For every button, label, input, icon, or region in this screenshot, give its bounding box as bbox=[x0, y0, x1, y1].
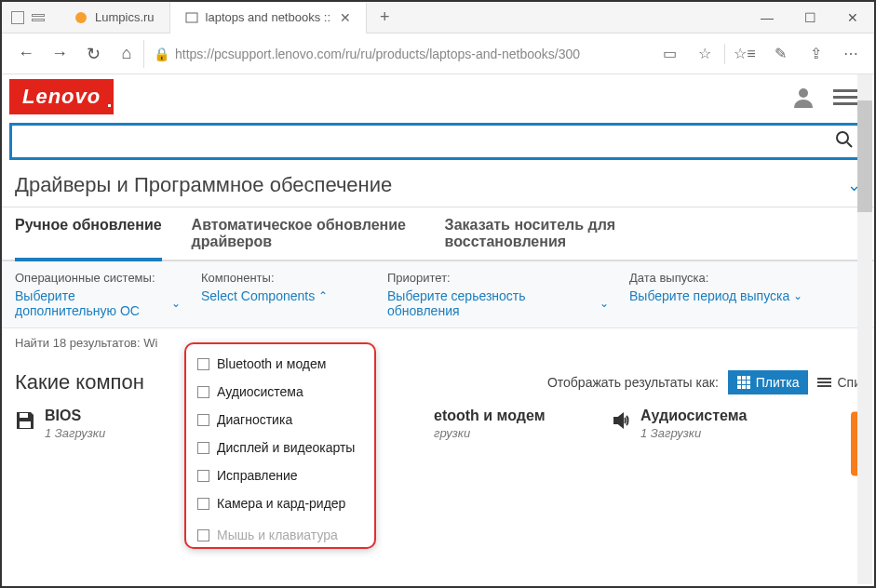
dd-item-mouse[interactable]: Мышь и клавиатура bbox=[186, 521, 374, 549]
address-bar: ← → ↻ ⌂ 🔒 https://pcsupport.lenovo.com/r… bbox=[2, 33, 874, 74]
list-icon bbox=[817, 378, 831, 387]
save-icon bbox=[15, 408, 35, 436]
maximize-button[interactable]: ☐ bbox=[788, 2, 831, 33]
url-box[interactable]: 🔒 https://pcsupport.lenovo.com/ru/ru/pro… bbox=[143, 40, 654, 68]
grid-icon bbox=[737, 376, 750, 389]
tab-label: Lumpics.ru bbox=[95, 10, 155, 24]
filter-os-dropdown[interactable]: Выберите дополнительную ОС⌄ bbox=[15, 288, 181, 318]
dd-item-fix[interactable]: Исправление bbox=[186, 461, 374, 489]
chevron-up-icon: ⌃ bbox=[318, 289, 328, 302]
browser-tab-2[interactable]: laptops and netbooks :: ✕ bbox=[170, 3, 367, 34]
card-sub: грузки bbox=[434, 426, 545, 440]
card-title: Аудиосистема bbox=[640, 408, 747, 424]
svg-rect-5 bbox=[20, 413, 28, 418]
close-tab-icon[interactable]: ✕ bbox=[340, 10, 351, 25]
view-label: Отображать результаты как: bbox=[547, 375, 719, 390]
search-input[interactable] bbox=[12, 134, 825, 149]
dd-item-display[interactable]: Дисплей и видеокарты bbox=[186, 434, 374, 461]
dd-item-camera[interactable]: Камера и кард-ридер bbox=[186, 489, 374, 517]
site-header: Lenovo bbox=[2, 74, 874, 119]
filter-components-dropdown[interactable]: Select Components⌃ bbox=[201, 288, 367, 303]
svg-rect-6 bbox=[20, 421, 31, 428]
hamburger-icon[interactable] bbox=[833, 89, 857, 105]
tab-manual-update[interactable]: Ручное обновление bbox=[15, 207, 162, 261]
site-search bbox=[9, 123, 867, 160]
checkbox-icon[interactable] bbox=[197, 529, 209, 541]
filter-components-label: Компоненты: bbox=[201, 271, 367, 285]
user-icon[interactable] bbox=[792, 86, 815, 108]
dd-item-audio[interactable]: Аудиосистема bbox=[186, 378, 374, 406]
checkbox-icon[interactable] bbox=[197, 442, 209, 454]
back-button[interactable]: ← bbox=[9, 37, 43, 71]
card-sub: 1 Загрузки bbox=[640, 426, 747, 440]
lock-icon: 🔒 bbox=[154, 47, 169, 61]
view-tile-button[interactable]: Плитка bbox=[728, 370, 809, 394]
url-text: https://pcsupport.lenovo.com/ru/ru/produ… bbox=[175, 47, 580, 61]
card-audio[interactable]: Аудиосистема 1 Загрузки bbox=[611, 408, 778, 440]
section-header[interactable]: Драйверы и Программное обеспечение ⌄ bbox=[2, 164, 874, 207]
view-list-button[interactable]: Спи bbox=[817, 375, 861, 390]
favicon-icon bbox=[74, 11, 88, 24]
favorites-list-icon[interactable]: ☆≡ bbox=[729, 38, 761, 70]
speaker-icon bbox=[611, 408, 631, 436]
page-icon bbox=[185, 11, 198, 24]
dd-item-bluetooth[interactable]: Bluetooth и модем bbox=[186, 350, 374, 378]
tab-order-recovery[interactable]: Заказать носитель для восстановления bbox=[445, 207, 668, 260]
chevron-down-icon: ⌄ bbox=[793, 289, 802, 302]
card-bluetooth[interactable]: etooth и модем грузки bbox=[425, 408, 592, 440]
checkbox-icon[interactable] bbox=[197, 470, 209, 482]
refresh-button[interactable]: ↻ bbox=[76, 37, 110, 71]
filter-date-label: Дата выпуска: bbox=[629, 271, 802, 285]
card-title: etooth и модем bbox=[434, 408, 545, 424]
svg-point-3 bbox=[837, 132, 848, 143]
svg-point-0 bbox=[75, 12, 87, 23]
lenovo-logo[interactable]: Lenovo bbox=[9, 79, 114, 114]
page-scrollbar[interactable] bbox=[857, 74, 872, 584]
close-window-button[interactable]: ✕ bbox=[831, 2, 874, 33]
dd-item-diagnostics[interactable]: Диагностика bbox=[186, 406, 374, 434]
svg-point-2 bbox=[799, 88, 808, 98]
chevron-down-icon: ⌄ bbox=[171, 297, 181, 310]
components-header: Какие компон Отображать результаты как: … bbox=[2, 357, 874, 408]
checkbox-icon[interactable] bbox=[197, 386, 209, 398]
svg-line-4 bbox=[847, 142, 852, 147]
share-icon[interactable]: ⇪ bbox=[800, 38, 831, 70]
checkbox-icon[interactable] bbox=[197, 414, 209, 426]
svg-rect-1 bbox=[186, 13, 197, 22]
tabs-icon[interactable] bbox=[11, 11, 24, 24]
reading-view-icon[interactable]: ▭ bbox=[654, 38, 685, 70]
forward-button[interactable]: → bbox=[43, 37, 76, 71]
card-sub: 1 Загрузки bbox=[45, 426, 105, 440]
minimize-button[interactable]: — bbox=[746, 2, 788, 33]
card-title: BIOS bbox=[45, 408, 105, 424]
browser-tab-1[interactable]: Lumpics.ru bbox=[60, 2, 170, 33]
components-dropdown-list[interactable]: Bluetooth и модем Аудиосистема Диагности… bbox=[184, 342, 376, 549]
chevron-down-icon: ⌄ bbox=[600, 297, 609, 310]
filter-os-label: Операционные системы: bbox=[15, 271, 181, 285]
filter-date-dropdown[interactable]: Выберите период выпуска⌄ bbox=[629, 288, 802, 303]
new-tab-button[interactable]: + bbox=[367, 2, 403, 33]
favorite-icon[interactable]: ☆ bbox=[689, 38, 721, 70]
card-bios[interactable]: BIOS 1 Загрузки bbox=[15, 408, 182, 440]
more-icon[interactable]: ⋯ bbox=[835, 38, 867, 70]
section-title: Драйверы и Программное обеспечение bbox=[15, 173, 392, 197]
scrollbar-thumb[interactable] bbox=[857, 100, 872, 212]
filter-row: Операционные системы: Выберите дополните… bbox=[2, 261, 874, 328]
tab-label: laptops and netbooks :: bbox=[206, 10, 330, 24]
notes-icon[interactable]: ✎ bbox=[764, 38, 796, 70]
filter-priority-label: Приоритет: bbox=[387, 271, 609, 285]
tab-auto-update[interactable]: Автоматическое обновление драйверов bbox=[192, 207, 415, 260]
window-titlebar: Lumpics.ru laptops and netbooks :: ✕ + —… bbox=[2, 2, 874, 33]
results-summary: Найти 18 результатов: Wi bbox=[2, 328, 874, 357]
filter-priority-dropdown[interactable]: Выберите серьезность обновления⌄ bbox=[387, 288, 609, 318]
scroll-icon[interactable] bbox=[32, 13, 45, 22]
component-cards: BIOS 1 Загрузки etooth и модем грузки Ау… bbox=[2, 408, 874, 440]
components-title: Какие компон bbox=[15, 370, 144, 394]
checkbox-icon[interactable] bbox=[197, 358, 209, 370]
checkbox-icon[interactable] bbox=[197, 498, 209, 510]
update-tabs: Ручное обновление Автоматическое обновле… bbox=[2, 207, 874, 261]
home-button[interactable]: ⌂ bbox=[110, 37, 143, 71]
